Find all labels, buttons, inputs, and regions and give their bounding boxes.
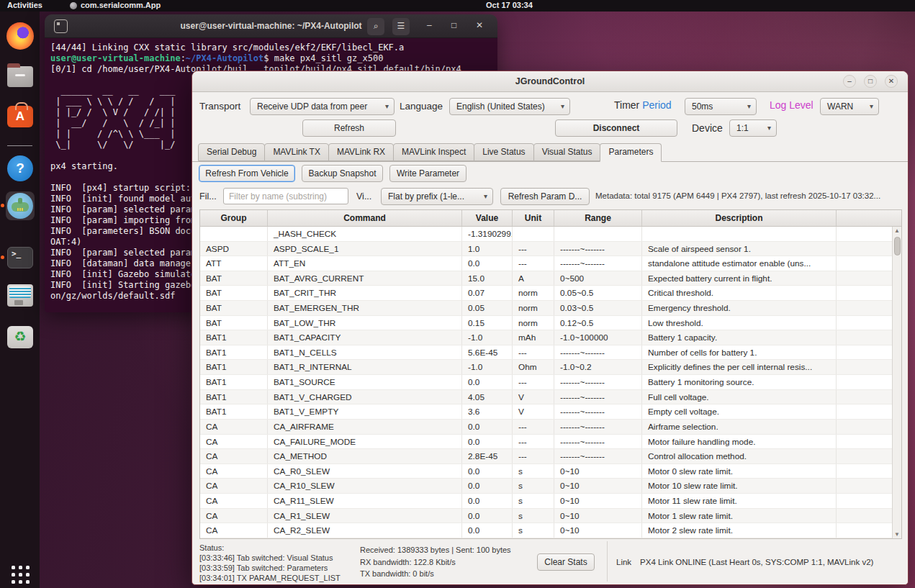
backup-snapshot-button[interactable]: Backup Snapshot [302,165,383,182]
running-indicator [1,255,4,259]
focused-app-menu[interactable]: com.serialcomm.App [81,1,161,9]
device-select[interactable]: 1:1 [729,119,777,137]
menu-icon[interactable]: ☰ [392,18,410,35]
close-icon[interactable]: ✕ [476,20,483,30]
table-cell: Motor 0 slew rate limit. [642,464,837,479]
table-cell: CA [200,509,268,523]
column-header-range[interactable]: Range [554,210,642,226]
scrollbar-thumb[interactable] [894,237,901,255]
table-row[interactable]: CACA_AIRFRAME0.0----------~-------Airfra… [200,420,901,435]
table-row[interactable]: CACA_FAILURE_MODE0.0----------~-------Mo… [200,435,901,450]
dock-item-help[interactable]: ? [6,154,35,183]
dock-item-serialcomm-app[interactable] [6,191,35,220]
column-header-command[interactable]: Command [268,210,462,226]
table-row[interactable]: BATBAT_LOW_THR0.15norm0.12~0.5Low thresh… [200,316,901,331]
table-row[interactable]: BAT1BAT1_SOURCE0.0----------~-------Batt… [200,375,901,390]
terminal-line: user@user-virtual-machine:~/PX4-Autopilo… [50,53,497,64]
table-row[interactable]: BAT1BAT1_CAPACITY-1.0mAh-1.0~100000Batte… [200,330,901,345]
files-icon [7,66,33,87]
table-row[interactable]: CACA_R1_SLEW0.0s0~10Motor 1 slew rate li… [200,509,901,524]
table-cell: BAT [200,271,268,286]
column-header-unit[interactable]: Unit [513,210,554,226]
dock-item-ubuntu-software[interactable]: A [6,102,35,131]
table-row[interactable]: BAT1BAT1_V_EMPTY3.6V-------~-------Empty… [200,404,901,420]
dock-item-files[interactable] [6,62,35,91]
language-select[interactable]: English (United States) [449,98,570,115]
tab-visual-status[interactable]: Visual Status [533,143,601,161]
trash-icon: ♻ [7,326,33,348]
table-row[interactable]: CACA_R0_SLEW0.0s0~10Motor 0 slew rate li… [200,464,901,479]
tab-serial-debug[interactable]: Serial Debug [198,143,265,161]
table-cell: mAh [513,330,554,345]
table-row[interactable]: ASPDASPD_SCALE_11.0----------~-------Sca… [200,242,901,257]
table-row[interactable]: CACA_R2_SLEW0.0s0~10Motor 2 slew rate li… [200,523,901,538]
filter-input[interactable] [223,188,348,204]
dock-item-trash[interactable]: ♻ [6,322,35,351]
tab-parameters[interactable]: Parameters [600,143,662,162]
table-row[interactable]: BAT1BAT1_V_CHARGED4.05V-------~-------Fu… [200,390,901,405]
jgroundcontrol-window: JGroundControl – □ ✕ Transport Receive U… [191,71,909,585]
table-cell: Motor failure handling mode. [642,435,837,449]
jgc-titlebar[interactable]: JGroundControl – □ ✕ [192,71,908,92]
tab-mavlink-inspect[interactable]: MAVLink Inspect [393,143,474,161]
clock[interactable]: Oct 17 03:34 [486,1,533,9]
table-cell: -------~------- [554,256,642,271]
table-row[interactable]: _HASH_CHECK-1.3190299... [200,227,901,242]
dock-item-firefox[interactable] [6,22,35,50]
refresh-from-vehicle-button[interactable]: Refresh From Vehicle [199,165,295,182]
table-row[interactable]: BATBAT_EMERGEN_THR0.05norm0.03~0.5Emerge… [200,301,901,316]
table-row[interactable]: BAT1BAT1_N_CELLS5.6E-45----------~------… [200,345,901,361]
disconnect-button[interactable]: Disconnect [555,119,677,137]
maximize-icon[interactable]: □ [864,75,877,88]
clear-stats-button[interactable]: Clear Stats [537,553,595,571]
activities-button[interactable]: Activities [7,1,42,9]
table-cell: -1.0~0.2 [554,360,642,374]
table-cell: 1.0 [462,242,513,256]
search-icon[interactable]: ⌕ [367,18,384,35]
column-header-group[interactable]: Group [200,210,268,226]
log-level-select[interactable]: WARN [820,98,879,115]
tab-live-status[interactable]: Live Status [474,143,533,161]
minimize-icon[interactable]: – [427,20,432,30]
view-select[interactable]: Flat by prefix (1-le... [381,188,493,205]
table-cell: CA_R0_SLEW [268,464,462,479]
table-cell: A [513,271,554,286]
table-cell [642,227,837,241]
write-parameter-button[interactable]: Write Parameter [389,165,466,182]
connection-controls: Transport Receive UDP data from peer Lan… [192,92,908,143]
transport-select[interactable]: Receive UDP data from peer [250,98,395,115]
vertical-scrollbar[interactable]: ▲ ▼ [892,227,901,538]
table-row[interactable]: CACA_METHOD2.8E-45----------~-------Cont… [200,449,901,464]
table-cell: CA [200,435,268,449]
table-cell: 0~10 [554,523,642,538]
table-row[interactable]: BATBAT_AVRG_CURRENT15.0A0~500Expected ba… [200,271,901,286]
refresh-button[interactable]: Refresh [302,119,396,137]
table-row[interactable]: BATBAT_CRIT_THR0.07norm0.05~0.5Critical … [200,286,901,301]
show-applications-button[interactable] [6,560,35,588]
table-row[interactable]: CACA_R11_SLEW0.0s0~10Motor 11 slew rate … [200,494,901,509]
table-cell: 0~500 [554,271,642,286]
minimize-icon[interactable]: – [843,75,856,88]
maximize-icon[interactable]: □ [451,20,456,30]
table-row[interactable]: ATTATT_EN0.0----------~-------standalone… [200,256,901,271]
column-header-description[interactable]: Description [642,210,837,226]
scroll-down-icon[interactable]: ▼ [893,531,901,538]
tab-mavlink-rx[interactable]: MAVLink RX [328,143,394,161]
table-row[interactable]: BAT1BAT1_R_INTERNAL-1.0Ohm-1.0~0.2Explic… [200,360,901,375]
terminal-titlebar[interactable]: user@user-virtual-machine: ~/PX4-Autopil… [45,14,497,38]
tab-mavlink-tx[interactable]: MAVLink TX [264,143,329,161]
dock-item-terminal[interactable]: >_ [6,243,35,272]
table-row[interactable]: CACA_R10_SLEW0.0s0~10Motor 10 slew rate … [200,479,901,494]
dock-item-text-editor[interactable] [6,281,35,309]
refresh-param-button[interactable]: Refresh Param D... [500,188,590,205]
status-log: Status: [03:33:46] Tab switched: Visual … [199,543,341,583]
rx-bandwidth-text: RX bandwidth: 122.8 Kbit/s [360,556,511,569]
scroll-up-icon[interactable]: ▲ [893,227,901,234]
table-cell: s [513,464,554,479]
table-cell: BAT1 [200,375,268,389]
column-header-value[interactable]: Value [462,210,513,226]
link-status: LinkPX4 Link ONLINE (Last Heart 0s, SYS:… [616,558,873,566]
timer-period-select[interactable]: 50ms [685,98,757,115]
table-cell: CA [200,464,268,479]
close-icon[interactable]: ✕ [885,75,898,88]
